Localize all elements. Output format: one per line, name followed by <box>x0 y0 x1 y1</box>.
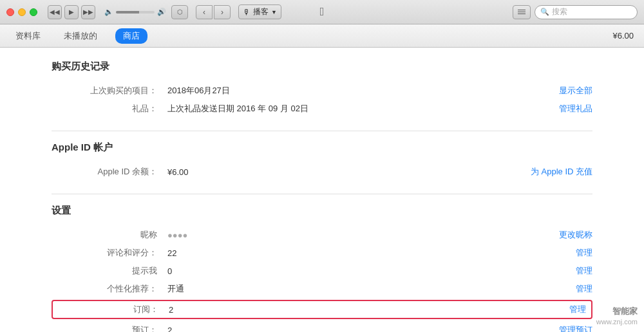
nickname-value: ●●●● <box>167 230 559 240</box>
apple-id-balance-label: Apple ID 余额： <box>52 166 167 178</box>
apple-id-title: Apple ID 帐户 <box>52 142 592 154</box>
purchase-history-section: 购买历史记录 上次购买的项目： 2018年06月27日 显示全部 礼品： 上次礼… <box>52 60 592 118</box>
change-nickname-link[interactable]: 更改昵称 <box>559 229 592 241</box>
airplay-button[interactable]: ⬡ <box>171 5 188 19</box>
volume-icon: 🔈 <box>104 8 113 16</box>
preorders-value: 2 <box>167 326 559 333</box>
recharge-link[interactable]: 为 Apple ID 充值 <box>531 166 592 178</box>
tab-unplayed[interactable]: 未播放的 <box>59 28 102 44</box>
manage-reminders-link[interactable]: 管理 <box>576 265 592 277</box>
manage-subscriptions-link[interactable]: 管理 <box>569 304 591 315</box>
close-button[interactable] <box>6 8 14 16</box>
menu-button[interactable] <box>513 5 531 19</box>
last-purchase-value: 2018年06月27日 <box>167 85 559 97</box>
play-button[interactable]: ▶ <box>64 5 79 19</box>
watermark: 智能家 www.znj.com <box>596 306 638 326</box>
reviews-row: 评论和评分： 22 管理 <box>52 244 592 262</box>
minimize-button[interactable] <box>18 8 26 16</box>
chevron-down-icon: ▼ <box>271 9 277 15</box>
traffic-lights <box>6 8 37 16</box>
watermark-url: www.znj.com <box>596 318 638 326</box>
subscriptions-label: 订阅： <box>53 304 169 315</box>
manage-personalization-link[interactable]: 管理 <box>576 283 592 295</box>
podcast-selector[interactable]: 🎙 播客 ▼ <box>238 5 281 19</box>
reminders-value: 0 <box>167 266 576 276</box>
volume-high-icon: 🔊 <box>157 8 166 16</box>
search-box[interactable]: 🔍 搜索 <box>535 5 638 19</box>
reviews-label: 评论和评分： <box>52 247 167 259</box>
settings-title: 设置 <box>52 205 592 217</box>
gift-value: 上次礼品发送日期 2016 年 09 月 02日 <box>167 103 559 115</box>
search-placeholder: 搜索 <box>552 6 567 17</box>
divider-2 <box>52 194 592 194</box>
nickname-label: 昵称 <box>52 229 167 241</box>
show-all-link[interactable]: 显示全部 <box>559 85 592 97</box>
watermark-brand: 智能家 <box>612 306 638 317</box>
nav-forward-button[interactable]: › <box>214 5 231 19</box>
nickname-row: 昵称 ●●●● 更改昵称 <box>52 226 592 244</box>
divider-1 <box>52 131 592 131</box>
personalization-label: 个性化推荐： <box>52 283 167 295</box>
last-purchase-label: 上次购买的项目： <box>52 85 167 97</box>
apple-id-balance-row: Apple ID 余额： ¥6.00 为 Apple ID 充值 <box>52 163 592 181</box>
fast-forward-button[interactable]: ▶▶ <box>81 5 95 19</box>
subscriptions-row: 订阅： 2 管理 <box>53 301 591 318</box>
playback-controls: ◀◀ ▶ ▶▶ <box>48 5 95 19</box>
apple-logo:  <box>320 5 325 19</box>
preorders-row: 预订： 2 管理预订 <box>52 321 592 332</box>
subscriptions-row-highlighted: 订阅： 2 管理 <box>52 300 592 319</box>
gift-row: 礼品： 上次礼品发送日期 2016 年 09 月 02日 管理礼品 <box>52 100 592 118</box>
reminders-label: 提示我 <box>52 265 167 277</box>
tab-store[interactable]: 商店 <box>115 28 147 44</box>
tab-library[interactable]: 资料库 <box>10 28 46 44</box>
apple-id-balance-value: ¥6.00 <box>167 167 531 177</box>
subscriptions-value: 2 <box>169 305 569 315</box>
nav-bar: 资料库 未播放的 商店 ¥6.00 <box>0 24 644 48</box>
preorders-label: 预订： <box>52 324 167 332</box>
settings-section: 设置 昵称 ●●●● 更改昵称 评论和评分： 22 管理 提示我 0 管理 个性… <box>52 205 592 332</box>
apple-id-section: Apple ID 帐户 Apple ID 余额： ¥6.00 为 Apple I… <box>52 142 592 181</box>
podcast-label: 播客 <box>253 6 269 17</box>
last-purchase-row: 上次购买的项目： 2018年06月27日 显示全部 <box>52 82 592 100</box>
main-content: 购买历史记录 上次购买的项目： 2018年06月27日 显示全部 礼品： 上次礼… <box>0 48 644 332</box>
gift-label: 礼品： <box>52 103 167 115</box>
manage-preorders-link[interactable]: 管理预订 <box>559 324 592 332</box>
podcast-icon: 🎙 <box>243 8 251 17</box>
search-icon: 🔍 <box>540 8 549 16</box>
personalization-row: 个性化推荐： 开通 管理 <box>52 280 592 298</box>
maximize-button[interactable] <box>30 8 37 16</box>
reminders-row: 提示我 0 管理 <box>52 262 592 280</box>
rewind-button[interactable]: ◀◀ <box>48 5 62 19</box>
purchase-history-title: 购买历史记录 <box>52 60 592 73</box>
title-bar: ◀◀ ▶ ▶▶ 🔈 🔊 ⬡ ‹ › 🎙 播客 ▼  🔍 搜索 <box>0 0 644 24</box>
nav-back-button[interactable]: ‹ <box>196 5 213 19</box>
manage-reviews-link[interactable]: 管理 <box>576 247 592 259</box>
reviews-value: 22 <box>167 248 576 258</box>
personalization-value: 开通 <box>167 283 576 295</box>
account-balance: ¥6.00 <box>612 31 634 41</box>
volume-slider[interactable] <box>116 11 155 14</box>
nav-arrows: ‹ › <box>196 5 231 19</box>
manage-gift-link[interactable]: 管理礼品 <box>559 103 592 115</box>
